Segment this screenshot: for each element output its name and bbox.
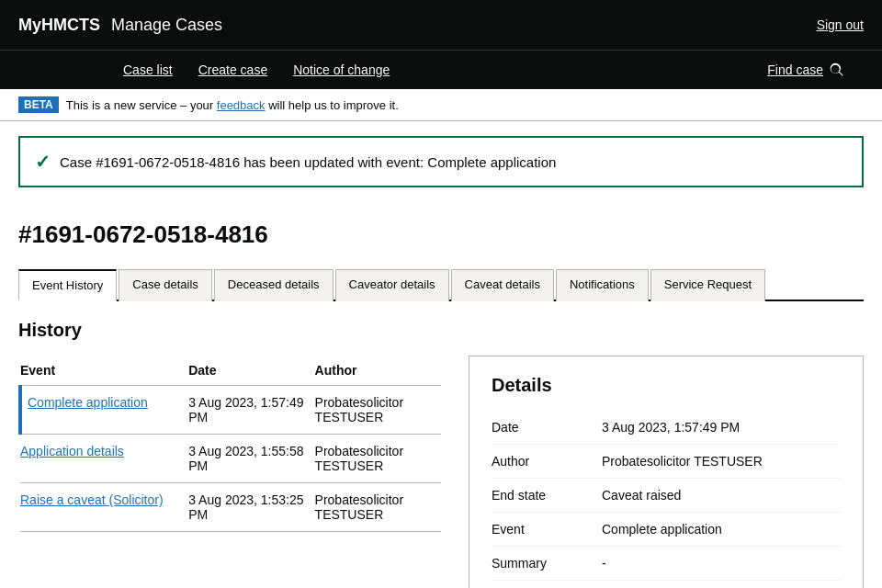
nav-link-create-case[interactable]: Create case <box>186 51 280 88</box>
table-body: Complete application3 Aug 2023, 1:57:49 … <box>20 386 441 532</box>
table-row: Application details3 Aug 2023, 1:55:58 P… <box>20 435 441 483</box>
table-row: Raise a caveat (Solicitor)3 Aug 2023, 1:… <box>20 483 441 532</box>
detail-row: Summary- <box>492 547 841 581</box>
detail-label: Date <box>492 420 602 435</box>
header-signout: Sign out <box>817 17 864 32</box>
detail-label: Summary <box>492 556 602 571</box>
event-link-0[interactable]: Complete application <box>28 395 148 410</box>
nav-bar: Case listCreate caseNotice of change Fin… <box>0 50 882 89</box>
header-brand: MyHMCTS Manage Cases <box>18 16 222 35</box>
event-author: ProbatesolicitorTESTUSER <box>315 435 441 483</box>
event-date: 3 Aug 2023, 1:55:58 PM <box>188 435 314 483</box>
tab-event-history[interactable]: Event History <box>18 269 117 301</box>
success-banner: ✓ Case #1691-0672-0518-4816 has been upd… <box>18 136 864 187</box>
nav-link-notice-of-change[interactable]: Notice of change <box>280 51 402 88</box>
sign-out-link[interactable]: Sign out <box>817 17 864 32</box>
success-message: Case #1691-0672-0518-4816 has been updat… <box>60 154 556 170</box>
tab-service-request[interactable]: Service Request <box>650 269 765 301</box>
nav-links-container: Case listCreate caseNotice of change <box>110 51 402 88</box>
history-table: EventDateAuthor Complete application3 Au… <box>18 356 441 532</box>
detail-row: EventComplete application <box>492 513 841 547</box>
success-icon: ✓ <box>35 151 51 173</box>
event-date: 3 Aug 2023, 1:53:25 PM <box>188 483 314 532</box>
nav-links: Case listCreate caseNotice of change <box>110 51 402 88</box>
history-layout: EventDateAuthor Complete application3 Au… <box>18 356 864 588</box>
tabs-container: Event HistoryCase detailsDeceased detail… <box>18 267 864 301</box>
find-case-label: Find case <box>767 62 823 77</box>
tab-content: History EventDateAuthor Complete applica… <box>18 301 864 588</box>
details-panel: Details Date3 Aug 2023, 1:57:49 PMAuthor… <box>469 356 864 588</box>
tab-caveator-details[interactable]: Caveator details <box>335 269 449 301</box>
tab-caveat-details[interactable]: Caveat details <box>451 269 554 301</box>
tab-deceased-details[interactable]: Deceased details <box>214 269 334 301</box>
nav-link-case-list[interactable]: Case list <box>110 51 186 88</box>
event-link-2[interactable]: Raise a caveat (Solicitor) <box>20 492 164 507</box>
event-link-1[interactable]: Application details <box>20 444 124 458</box>
detail-row: Comment- <box>492 581 841 588</box>
table-row: Complete application3 Aug 2023, 1:57:49 … <box>20 386 441 435</box>
details-rows: Date3 Aug 2023, 1:57:49 PMAuthorProbates… <box>492 411 841 588</box>
beta-tag: BETA <box>18 96 59 113</box>
history-title: History <box>18 320 864 341</box>
col-header-date: Date <box>188 356 314 386</box>
event-author: ProbatesolicitorTESTUSER <box>315 483 441 532</box>
page-content: #1691-0672-0518-4816 Event HistoryCase d… <box>0 202 882 588</box>
beta-text: This is a new service – your feedback wi… <box>66 98 399 112</box>
tab-notifications[interactable]: Notifications <box>556 269 649 301</box>
detail-label: Author <box>492 454 602 469</box>
tabs-list: Event HistoryCase detailsDeceased detail… <box>18 267 864 301</box>
find-case-button[interactable]: Find case <box>749 51 864 89</box>
tab-case-details[interactable]: Case details <box>119 269 212 301</box>
detail-value: 3 Aug 2023, 1:57:49 PM <box>602 420 841 435</box>
beta-banner: BETA This is a new service – your feedba… <box>0 89 882 121</box>
search-icon <box>829 62 845 78</box>
header: MyHMCTS Manage Cases Sign out <box>0 0 882 50</box>
details-title: Details <box>492 375 841 396</box>
event-date: 3 Aug 2023, 1:57:49 PM <box>188 386 314 435</box>
detail-label: End state <box>492 488 602 503</box>
detail-value: Complete application <box>602 522 841 537</box>
manage-cases-label: Manage Cases <box>111 16 222 35</box>
detail-row: Date3 Aug 2023, 1:57:49 PM <box>492 411 841 445</box>
history-table-section: EventDateAuthor Complete application3 Au… <box>18 356 441 532</box>
detail-label: Event <box>492 522 602 537</box>
detail-value: Caveat raised <box>602 488 841 503</box>
detail-row: AuthorProbatesolicitor TESTUSER <box>492 445 841 479</box>
case-number: #1691-0672-0518-4816 <box>18 220 864 249</box>
table-header-row: EventDateAuthor <box>20 356 441 386</box>
brand-name: MyHMCTS <box>18 16 100 35</box>
feedback-link[interactable]: feedback <box>217 98 266 112</box>
col-header-event: Event <box>20 356 188 386</box>
event-author: ProbatesolicitorTESTUSER <box>315 386 441 435</box>
detail-value: - <box>602 556 841 571</box>
detail-row: End stateCaveat raised <box>492 479 841 513</box>
col-header-author: Author <box>315 356 441 386</box>
detail-value: Probatesolicitor TESTUSER <box>602 454 841 469</box>
